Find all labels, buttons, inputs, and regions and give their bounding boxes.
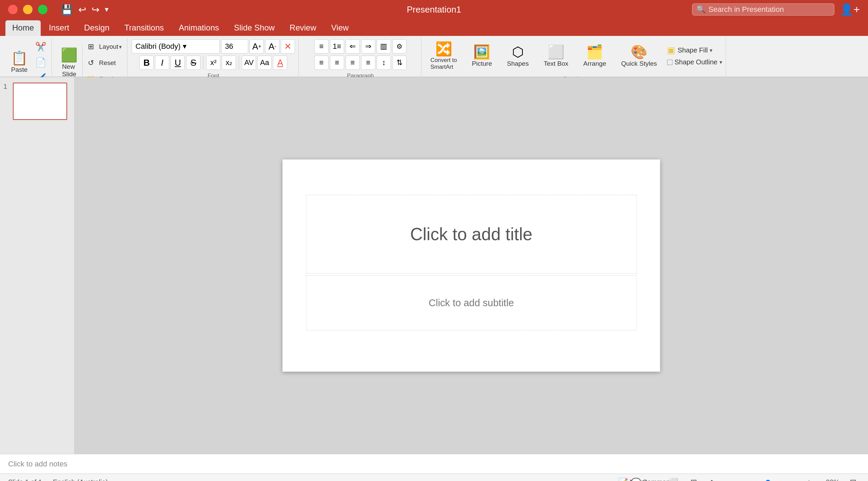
- slide-thumbnail[interactable]: [13, 83, 67, 120]
- arrange-label: Arrange: [583, 60, 606, 67]
- menu-transitions[interactable]: Transitions: [118, 20, 171, 36]
- menu-view[interactable]: View: [324, 20, 356, 36]
- close-button[interactable]: [8, 5, 18, 14]
- decrease-indent-button[interactable]: ⇐: [346, 39, 360, 54]
- font-size-input[interactable]: 36: [221, 39, 248, 54]
- underline-button[interactable]: U: [171, 56, 185, 70]
- ribbon: 📋 Paste ✂️ 📄 🖌️ Clipboard 🟩 NewSlide: [0, 36, 868, 77]
- shape-format-col: ▣ Shape Fill ▾ □ Shape Outline ▾: [667, 45, 722, 67]
- shape-fill-button[interactable]: ▣ Shape Fill ▾: [667, 45, 722, 56]
- menu-insert[interactable]: Insert: [42, 20, 76, 36]
- shape-outline-button[interactable]: □ Shape Outline ▾: [667, 57, 722, 67]
- notes-icon: 📝: [618, 478, 628, 481]
- layout-dropdown[interactable]: ▾: [119, 44, 122, 50]
- arrange-button[interactable]: 🗂️ Arrange: [578, 42, 611, 70]
- zoom-slider[interactable]: [745, 480, 799, 481]
- menu-animations[interactable]: Animations: [172, 20, 226, 36]
- paste-label: Paste: [11, 66, 28, 74]
- shape-outline-icon: □: [667, 57, 672, 67]
- shapes-button[interactable]: ⬡ Shapes: [502, 42, 533, 70]
- save-icon[interactable]: 💾: [61, 4, 73, 15]
- window-title: Presentation1: [407, 4, 461, 15]
- new-slide-button[interactable]: 🟩 NewSlide: [56, 45, 83, 81]
- picture-button[interactable]: 🖼️ Picture: [467, 42, 497, 70]
- status-bar: Slide 1 of 1 English (Australia) 📝 Notes…: [0, 474, 868, 481]
- bullets-button[interactable]: ≡: [314, 39, 329, 54]
- normal-view-button[interactable]: ⬜: [667, 476, 680, 481]
- font-name-select[interactable]: Calibri (Body) ▾: [132, 39, 220, 54]
- increase-font-button[interactable]: A+: [250, 39, 264, 54]
- shape-outline-arrow[interactable]: ▾: [719, 59, 722, 65]
- fit-window-button[interactable]: ⊡: [846, 476, 860, 481]
- font-format-row: B I U S x² x₂ AV Aa A: [139, 56, 287, 70]
- decrease-font-button[interactable]: A-: [265, 39, 279, 54]
- search-placeholder: Search in Presentation: [708, 5, 784, 14]
- para-top: ≡ 1≡ ⇐ ⇒ ▥ ⚙ ≡ ≡ ≡ ≡ ↕ ⇅: [314, 39, 407, 70]
- paste-icon: 📋: [11, 51, 28, 65]
- redo-icon[interactable]: ↪: [92, 4, 99, 15]
- inc-decrease-btn[interactable]: AV: [242, 56, 256, 70]
- grid-view-button[interactable]: ⊞: [687, 476, 701, 481]
- bold-button[interactable]: B: [139, 56, 154, 70]
- font-name-arrow: ▾: [183, 42, 186, 51]
- zoom-controls: - + 90%: [728, 476, 840, 481]
- line-spacing-button[interactable]: ↕: [377, 56, 391, 70]
- subtitle-placeholder[interactable]: Click to add subtitle: [306, 275, 636, 330]
- para-row2: ≡ ≡ ≡ ≡ ↕ ⇅: [314, 56, 407, 70]
- font-top: Calibri (Body) ▾ 36 A+ A- ✕ B I U S: [132, 39, 295, 70]
- search-box[interactable]: 🔍 Search in Presentation: [692, 3, 834, 16]
- text-direction-button[interactable]: ⇅: [392, 56, 407, 70]
- convert-smartart-button[interactable]: 🔀 Convert toSmartArt: [426, 39, 461, 73]
- menu-home[interactable]: Home: [5, 20, 41, 36]
- search-icon: 🔍: [696, 5, 706, 14]
- align-right-button[interactable]: ≡: [346, 56, 360, 70]
- subtitle-placeholder-text: Click to add subtitle: [429, 297, 514, 309]
- menu-slideshow[interactable]: Slide Show: [227, 20, 281, 36]
- zoom-in-button[interactable]: +: [802, 476, 816, 481]
- reset-button[interactable]: ↺: [83, 56, 98, 70]
- smartart-btn[interactable]: ⚙: [392, 39, 407, 54]
- textbox-button[interactable]: ⬜ Text Box: [539, 42, 573, 70]
- comments-icon: 💬: [631, 478, 641, 481]
- slide-canvas: Click to add title Click to add subtitle: [282, 160, 660, 372]
- minimize-button[interactable]: [23, 5, 33, 14]
- shape-fill-arrow[interactable]: ▾: [710, 47, 712, 54]
- title-placeholder[interactable]: Click to add title: [306, 195, 636, 273]
- comments-toggle-button[interactable]: 💬 Comments: [646, 476, 660, 481]
- text-case-btn[interactable]: Aa: [257, 56, 272, 70]
- align-left-button[interactable]: ≡: [314, 56, 329, 70]
- layout-button[interactable]: ⊞: [83, 39, 98, 54]
- copy-button[interactable]: 📄: [33, 55, 48, 70]
- undo-icon[interactable]: ↩: [78, 4, 86, 15]
- menu-design[interactable]: Design: [77, 20, 116, 36]
- title-placeholder-text: Click to add title: [410, 224, 532, 244]
- notes-text[interactable]: Click to add notes: [8, 460, 860, 468]
- arrange-icon: 🗂️: [586, 45, 603, 59]
- new-slide-icon: 🟩: [61, 48, 78, 62]
- shapes-icon: ⬡: [512, 45, 524, 59]
- subscript-button[interactable]: x₂: [222, 56, 236, 70]
- align-center-button[interactable]: ≡: [330, 56, 344, 70]
- slideshow-button[interactable]: ▶: [707, 476, 721, 481]
- paste-button[interactable]: 📋 Paste: [6, 48, 33, 76]
- more-icon[interactable]: ▾: [105, 5, 108, 14]
- slide-number: 1: [3, 83, 10, 90]
- maximize-button[interactable]: [38, 5, 47, 14]
- share-button[interactable]: 👤+: [840, 3, 860, 16]
- columns-button[interactable]: ▥: [377, 39, 391, 54]
- menu-review[interactable]: Review: [283, 20, 323, 36]
- zoom-out-button[interactable]: -: [728, 476, 741, 481]
- cut-button[interactable]: ✂️: [33, 39, 48, 54]
- numbering-button[interactable]: 1≡: [330, 39, 344, 54]
- justify-button[interactable]: ≡: [361, 56, 375, 70]
- layout-row: ⊞ Layout ▾: [83, 39, 124, 54]
- zoom-level: 90%: [819, 478, 840, 481]
- superscript-button[interactable]: x²: [206, 56, 220, 70]
- italic-button[interactable]: I: [155, 56, 169, 70]
- strikethrough-button[interactable]: S: [186, 56, 200, 70]
- font-color-btn[interactable]: A: [273, 56, 287, 70]
- quickstyles-button[interactable]: 🎨 Quick Styles: [616, 42, 662, 70]
- increase-indent-button[interactable]: ⇒: [361, 39, 375, 54]
- clear-format-button[interactable]: ✕: [281, 39, 295, 54]
- status-right: 📝 Notes 💬 Comments ⬜ ⊞ ▶ - + 90% ⊡: [626, 476, 860, 481]
